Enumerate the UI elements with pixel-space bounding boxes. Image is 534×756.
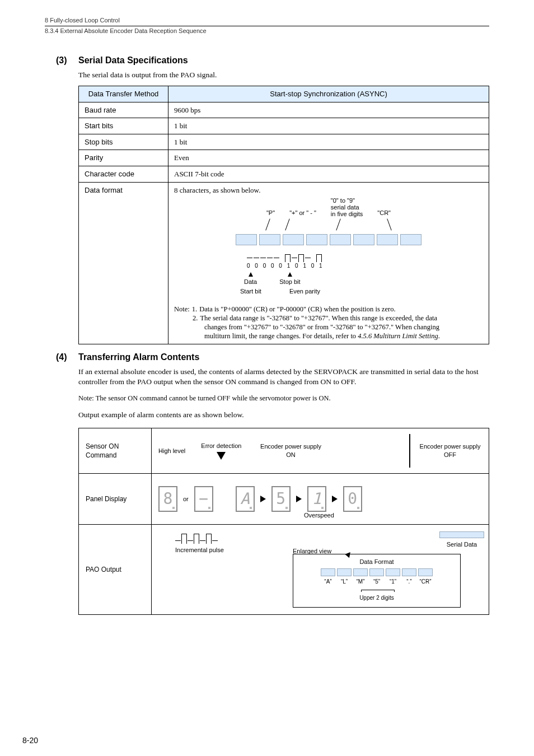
arrow-up-icon bbox=[288, 272, 292, 277]
arrow-right-icon bbox=[260, 496, 266, 502]
spec-header-left: Data Transfer Method bbox=[79, 86, 168, 102]
enc-on-label: Encoder power supply ON bbox=[257, 442, 324, 459]
df2-char-box bbox=[321, 568, 335, 576]
bit-waveform bbox=[247, 254, 461, 262]
spec-header-right: Start-stop Synchronization (ASYNC) bbox=[168, 86, 489, 102]
heading-4-num: (4) bbox=[56, 352, 71, 362]
df-cr-label: "CR" bbox=[377, 209, 391, 217]
leader-line bbox=[336, 219, 340, 231]
df2-char-box bbox=[337, 568, 352, 576]
parity-value: Even bbox=[168, 150, 489, 166]
seven-seg-icon: 0 bbox=[343, 486, 362, 512]
startbits-value: 1 bit bbox=[168, 118, 489, 134]
leader-line bbox=[387, 219, 391, 231]
df2-char-box bbox=[402, 568, 416, 576]
seven-seg-icon: A bbox=[236, 486, 255, 512]
df-char-box bbox=[377, 234, 398, 245]
baud-value: 9600 bps bbox=[168, 102, 489, 118]
start-bit-label: Start bit bbox=[240, 287, 261, 296]
header-rule bbox=[45, 26, 489, 26]
page-header: 8 Fully-closed Loop Control 8.3.4 Extern… bbox=[0, 17, 534, 34]
seven-seg-icon: 1 bbox=[307, 486, 326, 512]
data-label: Data bbox=[244, 278, 257, 286]
enc-off-label: Encoder power supply OFF bbox=[418, 442, 482, 459]
heading-3-title: Serial Data Specifications bbox=[78, 55, 188, 66]
leader-line bbox=[285, 219, 289, 231]
df2-char-box bbox=[386, 568, 400, 576]
startbits-label: Start bits bbox=[79, 118, 168, 134]
parity-label: Parity bbox=[79, 150, 168, 166]
down-triangle-icon bbox=[217, 452, 226, 460]
dataformat-diagram: "P" "+" or " - " "0" to "9" serial data … bbox=[174, 195, 483, 300]
df-char-box bbox=[306, 234, 327, 245]
page-number: 8-20 bbox=[22, 736, 38, 745]
charcode-value: ASCII 7-bit code bbox=[168, 166, 489, 182]
note-2c-ref: 4.5.6 Multiturn Limit Setting bbox=[358, 332, 438, 340]
heading-3-num: (3) bbox=[56, 55, 71, 66]
seven-seg-icon: − bbox=[194, 486, 213, 512]
note-1-text: Data is "P+00000" (CR) or "P-00000" (CR)… bbox=[199, 305, 395, 314]
enc-off-box: Encoder power supply OFF bbox=[409, 434, 482, 468]
alarm-row-sensor-diagram: High level Error detection Encoder power… bbox=[152, 428, 489, 474]
df2-char-box bbox=[418, 568, 433, 576]
section-line: 8.3.4 External Absolute Encoder Data Rec… bbox=[45, 27, 489, 34]
alarm-row-pao-diagram: Incremental pulse Serial Data Enlarged v… bbox=[152, 525, 489, 615]
sec4-para: If an external absolute encoder is used,… bbox=[78, 367, 489, 387]
df-char-box bbox=[236, 234, 257, 245]
note-2a-text: The serial data range is "-32768" to "+3… bbox=[200, 314, 437, 323]
alarm-row-panel-label: Panel Display bbox=[79, 474, 152, 525]
serial-data-bar bbox=[439, 531, 484, 538]
seven-seg-icon: 5 bbox=[271, 486, 291, 512]
df-char-box bbox=[330, 234, 351, 245]
df-char-box bbox=[353, 234, 374, 245]
df2-char-box bbox=[353, 568, 368, 576]
baud-label: Baud rate bbox=[79, 102, 168, 118]
chapter-line: 8 Fully-closed Loop Control bbox=[45, 17, 489, 24]
df-digits-2: serial data bbox=[331, 204, 363, 211]
sec4-note-head: Note: bbox=[78, 394, 94, 402]
df-p-label: "P" bbox=[266, 209, 275, 217]
data-format-title: Data Format bbox=[299, 558, 455, 566]
stopbits-label: Stop bits bbox=[79, 134, 168, 150]
df-digits-1: "0" to "9" bbox=[331, 197, 363, 204]
dataformat-value: 8 characters, as shown below. bbox=[174, 186, 260, 194]
spec-table: Data Transfer Method Start-stop Synchron… bbox=[78, 86, 489, 344]
note-1-num: 1. bbox=[192, 305, 197, 314]
df-char-box bbox=[259, 234, 280, 245]
inc-pulse-label: Incremental pulse bbox=[175, 546, 224, 554]
df2-char-labels: “A” “L” “M” “5” “1” “.” “CR” bbox=[299, 578, 455, 586]
alarm-table: Sensor ON Command High level Error detec… bbox=[78, 428, 489, 615]
heading-3: (3) Serial Data Specifications bbox=[56, 55, 489, 66]
df2-char-box bbox=[369, 568, 384, 576]
note-2c-end: . bbox=[438, 332, 440, 340]
arrow-right-icon bbox=[296, 496, 302, 502]
df-sign-label: "+" or " - " bbox=[289, 209, 316, 217]
df-char-box bbox=[400, 234, 421, 245]
note-2b-text: changes from "+32767" to "-32678" or fro… bbox=[174, 323, 483, 332]
note-2c-text: multiturn limit, the range changes. For … bbox=[204, 332, 358, 340]
sec4-note: Note: The sensor ON command cannot be tu… bbox=[78, 394, 489, 403]
sec4-note-text: The sensor ON command cannot be turned O… bbox=[96, 394, 331, 402]
high-level-label: High level bbox=[158, 447, 185, 455]
dataformat-note: Note: 1. Data is "P+00000" (CR) or "P-00… bbox=[174, 305, 483, 341]
note-2-num: 2. bbox=[193, 314, 198, 323]
df-digits-3: in five digits bbox=[331, 211, 363, 217]
error-det-label: Error detection bbox=[201, 442, 241, 450]
heading-4-title: Transferring Alarm Contents bbox=[78, 352, 199, 362]
serial-data-label: Serial Data bbox=[439, 540, 484, 549]
alarm-row-sensor-label: Sensor ON Command bbox=[79, 428, 152, 474]
or-text: or bbox=[183, 495, 189, 503]
bit-digits: 0 0 0 0 0 1 0 1 0 1 bbox=[247, 262, 461, 270]
overspeed-label: Overspeed bbox=[304, 511, 334, 520]
dataformat-label: Data format bbox=[79, 182, 168, 344]
stop-bit-label: Stop bit bbox=[279, 278, 300, 286]
alarm-row-panel-diagram: 8 or − A 5 1 0 Overspeed bbox=[152, 474, 489, 525]
sec4-outline: Output example of alarm contents are as … bbox=[78, 410, 489, 420]
df-char-box bbox=[283, 234, 304, 245]
pulse-waveform-icon bbox=[175, 534, 224, 544]
seven-seg-icon: 8 bbox=[158, 486, 177, 512]
stopbits-value: 1 bit bbox=[168, 134, 489, 150]
heading-4: (4) Transferring Alarm Contents bbox=[56, 352, 489, 362]
charcode-label: Character code bbox=[79, 166, 168, 182]
alarm-row-pao-label: PAO Output bbox=[79, 525, 152, 615]
